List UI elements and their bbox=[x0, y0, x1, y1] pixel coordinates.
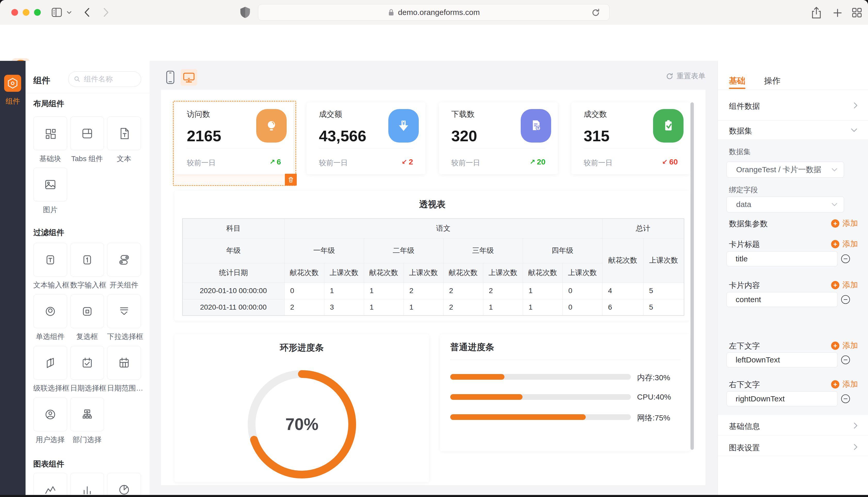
stat-card-visits[interactable]: 访问数 2165 较前一日 ↗ 6 bbox=[175, 102, 293, 174]
tab-basic[interactable]: 基础 bbox=[729, 75, 745, 87]
component-search-input[interactable] bbox=[83, 75, 136, 84]
delete-component-button[interactable] bbox=[285, 174, 297, 186]
chevron-down-icon[interactable] bbox=[850, 128, 858, 132]
sidebar-toggle-icon[interactable] bbox=[51, 7, 64, 18]
stat-card-value: 320 bbox=[451, 127, 477, 145]
card-content-input[interactable] bbox=[727, 292, 838, 307]
compare-label: 较前一日 bbox=[187, 158, 216, 168]
add-label: 添加 bbox=[842, 379, 858, 389]
stat-card-deals[interactable]: 成交数 315 较前一日 ↙ 60 bbox=[571, 102, 690, 174]
active-tab-indicator bbox=[729, 88, 745, 89]
inspector-panel: 基础 操作 组件数据 数据集 数据集 OrangeTest / 卡片一数据 绑定… bbox=[718, 61, 868, 495]
add-left-down-text-button[interactable]: + 添加 bbox=[831, 340, 858, 351]
dataset-select[interactable]: OrangeTest / 卡片一数据 bbox=[727, 162, 844, 178]
add-card-title-button[interactable]: + 添加 bbox=[831, 239, 858, 249]
browser-chrome: demo.orangeforms.com bbox=[0, 0, 868, 25]
add-card-content-button[interactable]: + 添加 bbox=[831, 280, 858, 290]
remove-left-down-text-button[interactable] bbox=[841, 355, 850, 364]
component-item-cascade[interactable]: 级联选择框 bbox=[33, 346, 67, 393]
component-item-user-select[interactable]: 用户选择 bbox=[33, 397, 67, 445]
remove-right-down-text-button[interactable] bbox=[841, 394, 850, 403]
blocks-icon bbox=[43, 126, 57, 141]
desktop-preview-toggle[interactable] bbox=[181, 69, 197, 86]
pivot-header-cell: 献花次数 bbox=[602, 238, 643, 283]
remove-card-title-button[interactable] bbox=[841, 254, 850, 263]
section-basic-info[interactable]: 基础信息 bbox=[729, 421, 760, 432]
zoom-window-button[interactable] bbox=[34, 9, 41, 16]
progress-row-network: 网络:75% bbox=[450, 414, 680, 421]
back-icon[interactable] bbox=[83, 7, 91, 17]
component-item-line-chart[interactable] bbox=[33, 473, 67, 495]
progress-fill bbox=[450, 374, 505, 380]
section-chart-settings[interactable]: 图表设置 bbox=[729, 443, 760, 453]
component-item-pie-chart[interactable] bbox=[107, 473, 141, 495]
pivot-header-cell: 一年级 bbox=[284, 238, 364, 263]
left-down-text-input[interactable] bbox=[727, 352, 838, 367]
remove-card-content-button[interactable] bbox=[841, 295, 850, 304]
chevron-down-icon[interactable] bbox=[67, 11, 72, 14]
add-dataset-param-button[interactable]: + 添加 bbox=[831, 218, 858, 229]
forward-icon[interactable] bbox=[102, 7, 110, 17]
component-item-basic-block[interactable]: 基础块 bbox=[33, 116, 67, 164]
add-right-down-text-button[interactable]: + 添加 bbox=[831, 379, 858, 389]
reload-icon[interactable] bbox=[591, 8, 600, 17]
component-item-date-range[interactable]: 日期范围… bbox=[107, 346, 141, 393]
component-item-tabs[interactable]: Tabs 组件 bbox=[70, 116, 104, 164]
canvas-scrollbar[interactable] bbox=[690, 102, 694, 450]
section-component-data[interactable]: 组件数据 bbox=[729, 101, 760, 112]
pivot-header-cell: 年级 bbox=[182, 238, 284, 263]
pivot-cell: 5 bbox=[643, 299, 684, 315]
tab-actions[interactable]: 操作 bbox=[764, 75, 781, 87]
component-item-text-input[interactable]: 文本输入框 bbox=[33, 243, 67, 290]
component-item-date-picker[interactable]: 日期选择框 bbox=[70, 346, 104, 393]
ring-progress-card[interactable]: 环形进度条 70% bbox=[175, 334, 429, 482]
component-item-number-input[interactable]: 数字输入框 bbox=[70, 243, 104, 290]
mobile-preview-icon[interactable] bbox=[165, 71, 176, 84]
close-window-button[interactable] bbox=[11, 9, 18, 16]
share-icon[interactable] bbox=[810, 6, 823, 19]
chevron-down-icon bbox=[831, 203, 838, 207]
tab-overview-icon[interactable] bbox=[851, 6, 863, 19]
select-icon bbox=[117, 304, 131, 318]
progress-bars-title: 普通进度条 bbox=[450, 341, 494, 353]
component-item-checkbox[interactable]: 复选框 bbox=[70, 294, 104, 342]
rail-components-button[interactable] bbox=[4, 75, 21, 92]
card-title-input[interactable] bbox=[727, 251, 838, 266]
divider bbox=[187, 148, 281, 148]
date-icon bbox=[80, 356, 94, 370]
chevron-right-icon[interactable] bbox=[853, 443, 858, 451]
component-item-select[interactable]: 下拉选择框 bbox=[107, 294, 141, 342]
bind-field-select[interactable]: data bbox=[727, 196, 844, 212]
component-item-switch[interactable]: 开关组件 bbox=[107, 243, 141, 290]
table-row: 2020-01-10 00:00:00 0 1 1 2 2 2 1 0 4 5 bbox=[182, 283, 684, 299]
component-item-radio[interactable]: 单选组件 bbox=[33, 294, 67, 342]
components-panel: 组件 布局组件 基础块 Tabs 组件 bbox=[26, 61, 150, 495]
new-tab-icon[interactable] bbox=[831, 7, 844, 19]
chevron-right-icon[interactable] bbox=[853, 102, 858, 109]
privacy-shield-icon[interactable] bbox=[240, 6, 250, 18]
progress-bars-card[interactable]: 普通进度条 内存:30% CPU:40% 网络:75% bbox=[440, 334, 690, 451]
component-item-bar-chart[interactable] bbox=[70, 473, 104, 495]
pivot-header-cell: 统计日期 bbox=[182, 263, 284, 283]
chevron-right-icon[interactable] bbox=[853, 422, 858, 429]
component-search[interactable] bbox=[68, 71, 141, 87]
divider bbox=[26, 93, 150, 93]
stat-card-downloads[interactable]: 下载数 320 较前一日 ↗ 20 bbox=[439, 102, 558, 174]
stat-card-turnover[interactable]: 成交额 43,566 ¥ 较前一日 ↙ 2 bbox=[306, 102, 426, 174]
plus-circle-icon: + bbox=[831, 281, 839, 289]
url-bar[interactable]: demo.orangeforms.com bbox=[258, 4, 609, 20]
reset-form-button[interactable]: 重置表单 bbox=[666, 71, 705, 81]
pivot-cell: 1 bbox=[403, 299, 443, 315]
minimize-window-button[interactable] bbox=[23, 9, 29, 16]
component-item-image[interactable]: 图片 bbox=[33, 168, 67, 215]
left-down-text-label: 左下文字 bbox=[729, 341, 760, 351]
component-item-dept-select[interactable]: 部门选择 bbox=[70, 397, 104, 445]
component-item-text[interactable]: 文本 bbox=[107, 116, 141, 164]
browser-window: demo.orangeforms.com bbox=[0, 0, 868, 495]
right-down-text-input[interactable] bbox=[727, 391, 838, 406]
pivot-table-card[interactable]: 透视表 科目 语文 总计 年级 一年级 二年级 bbox=[175, 191, 690, 321]
url-text: demo.orangeforms.com bbox=[398, 8, 480, 17]
right-down-text-label: 右下文字 bbox=[729, 380, 760, 390]
section-dataset[interactable]: 数据集 bbox=[729, 126, 752, 136]
pivot-header-cell: 三年级 bbox=[443, 238, 523, 263]
